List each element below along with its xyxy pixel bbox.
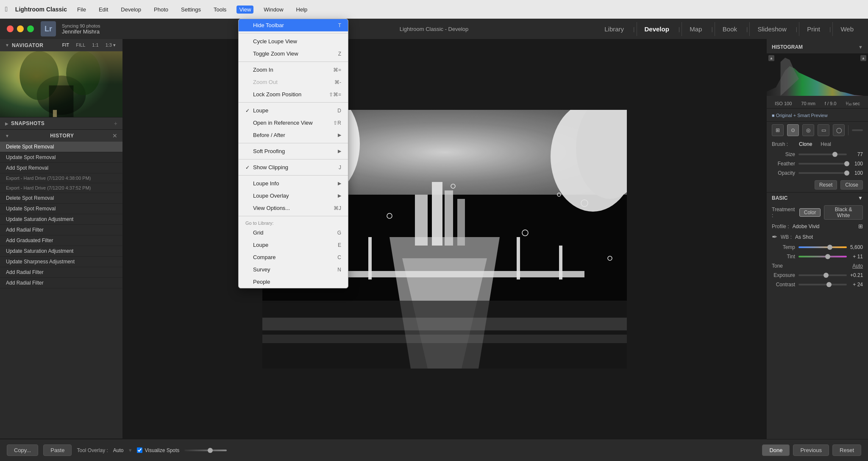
wb-value[interactable]: As Shot (795, 234, 813, 240)
history-item[interactable]: Update Saturation Adjustment (0, 246, 122, 257)
photo-canvas[interactable] (123, 39, 766, 439)
tab-book[interactable]: Book (715, 22, 745, 36)
nav-fill[interactable]: FILL (74, 42, 87, 49)
menu-zoom-in[interactable]: Zoom In ⌘= (239, 64, 348, 76)
size-slider[interactable] (798, 154, 847, 155)
history-item[interactable]: Export - Hard Drive (7/12/20 4:37:52 PM) (0, 183, 122, 193)
tab-slideshow[interactable]: Slideshow (749, 22, 794, 36)
profile-value[interactable]: Adobe Vivid (793, 224, 820, 229)
spot-removal-tool[interactable]: ⊙ (787, 124, 799, 136)
feather-slider[interactable] (798, 163, 847, 165)
history-item[interactable]: Add Spot Removal (0, 163, 122, 173)
menu-tools[interactable]: Tools (211, 6, 229, 14)
brush-clone[interactable]: Clone (796, 140, 815, 148)
history-item[interactable]: Delete Spot Removal (0, 193, 122, 204)
menu-grid[interactable]: Grid G (239, 226, 348, 239)
hist-clip-highlights[interactable]: ▲ (860, 55, 866, 61)
menu-photo[interactable]: Photo (151, 6, 171, 14)
crop-tool[interactable]: ⊞ (772, 124, 784, 136)
menu-help[interactable]: Help (294, 6, 310, 14)
tool-amount-slider[interactable] (852, 129, 863, 131)
visualize-spots-thumb[interactable] (208, 448, 213, 453)
history-item[interactable]: Add Radial Filter (0, 278, 122, 288)
menu-people[interactable]: People (239, 276, 348, 288)
menu-settings[interactable]: Settings (178, 6, 203, 14)
brush-heal[interactable]: Heal (818, 140, 834, 148)
menu-cycle-loupe[interactable]: Cycle Loupe View (239, 35, 348, 47)
reset-button[interactable]: Reset (815, 180, 837, 190)
menu-edit[interactable]: Edit (96, 6, 111, 14)
exposure-slider[interactable] (798, 274, 847, 276)
hist-clip-shadows[interactable]: ▲ (768, 55, 774, 61)
close-window-button[interactable] (7, 25, 14, 32)
tab-library[interactable]: Library (597, 22, 632, 36)
nav-fit[interactable]: FIT (61, 42, 71, 49)
contrast-slider[interactable] (798, 284, 847, 285)
opacity-slider[interactable] (798, 172, 847, 174)
menu-loupe-info[interactable]: Loupe Info ▶ (239, 177, 348, 190)
opacity-thumb[interactable] (844, 170, 849, 176)
contrast-thumb[interactable] (826, 282, 832, 287)
history-item[interactable]: Update Spot Removal (0, 152, 122, 163)
navigator-header[interactable]: ▼ Navigator FIT FILL 1:1 1:3 ▾ (0, 39, 122, 51)
menu-develop[interactable]: Develop (118, 6, 144, 14)
temp-thumb[interactable] (827, 245, 832, 250)
visualize-spots-slider[interactable] (184, 450, 227, 451)
graduated-filter-tool[interactable]: ▭ (818, 124, 829, 136)
menu-hide-toolbar[interactable]: Hide Toolbar T (239, 19, 348, 31)
menu-view[interactable]: View (236, 6, 253, 14)
done-button[interactable]: Done (762, 444, 790, 456)
history-item[interactable]: Add Radial Filter (0, 225, 122, 235)
treatment-color-btn[interactable]: Color (799, 208, 821, 217)
menu-show-clipping[interactable]: ✓ Show Clipping J (239, 161, 348, 173)
size-thumb[interactable] (832, 152, 837, 157)
tab-map[interactable]: Map (682, 22, 709, 36)
menu-before-after[interactable]: Before / After ▶ (239, 129, 348, 141)
exposure-thumb[interactable] (823, 273, 829, 278)
history-item[interactable]: Delete Spot Removal (0, 142, 122, 152)
history-item[interactable]: Add Graduated Filter (0, 235, 122, 246)
wb-picker-icon[interactable]: ✒ (772, 233, 777, 241)
menu-toggle-zoom[interactable]: Toggle Zoom View Z (239, 47, 348, 60)
apple-menu[interactable]:  (5, 6, 8, 13)
menu-compare[interactable]: Compare C (239, 251, 348, 263)
profile-grid-icon[interactable]: ⊞ (858, 223, 863, 229)
menu-window[interactable]: Window (261, 6, 286, 14)
tool-overlay-arrow[interactable]: ▾ (129, 447, 132, 453)
history-close-btn[interactable]: ✕ (112, 132, 117, 139)
visualize-spots-checkbox[interactable] (137, 447, 142, 453)
app-name[interactable]: Lightroom Classic (15, 6, 67, 13)
previous-button[interactable]: Previous (793, 444, 829, 456)
history-item[interactable]: Export - Hard Drive (7/12/20 4:38:00 PM) (0, 173, 122, 183)
minimize-window-button[interactable] (17, 25, 24, 32)
tone-auto-btn[interactable]: Auto (852, 263, 863, 269)
menu-view-options[interactable]: View Options... ⌘J (239, 202, 348, 214)
menu-survey[interactable]: Survey N (239, 263, 348, 276)
paste-button[interactable]: Paste (43, 444, 72, 456)
basic-section-header[interactable]: Basic ▼ (767, 192, 868, 204)
redeye-tool[interactable]: ◎ (802, 124, 814, 136)
nav-1-1[interactable]: 1:1 (90, 42, 100, 49)
menu-soft-proofing[interactable]: Soft Proofing ▶ (239, 145, 348, 157)
temp-slider[interactable] (798, 246, 847, 248)
history-item[interactable]: Update Sharpness Adjustment (0, 257, 122, 267)
radial-filter-tool[interactable]: ◯ (833, 124, 845, 136)
navigator-preview[interactable] (0, 51, 122, 117)
menu-loupe[interactable]: ✓ Loupe D (239, 104, 348, 117)
menu-file[interactable]: File (75, 6, 89, 14)
menu-open-reference[interactable]: Open in Reference View ⇧R (239, 117, 348, 129)
tool-overlay-value[interactable]: Auto (113, 447, 124, 453)
tint-slider[interactable] (798, 256, 847, 257)
feather-thumb[interactable] (844, 161, 849, 166)
menu-lock-zoom[interactable]: Lock Zoom Position ⇧⌘= (239, 88, 348, 101)
menu-loupe-lib[interactable]: Loupe E (239, 239, 348, 251)
nav-1-3[interactable]: 1:3 ▾ (104, 42, 117, 49)
tab-develop[interactable]: Develop (637, 22, 677, 36)
tab-web[interactable]: Web (832, 22, 861, 36)
tab-print[interactable]: Print (799, 22, 828, 36)
history-item[interactable]: Add Radial Filter (0, 267, 122, 278)
close-button[interactable]: Close (840, 180, 863, 190)
maximize-window-button[interactable] (27, 25, 34, 32)
reset-bottom-button[interactable]: Reset (832, 444, 861, 456)
menu-loupe-overlay[interactable]: Loupe Overlay ▶ (239, 190, 348, 202)
